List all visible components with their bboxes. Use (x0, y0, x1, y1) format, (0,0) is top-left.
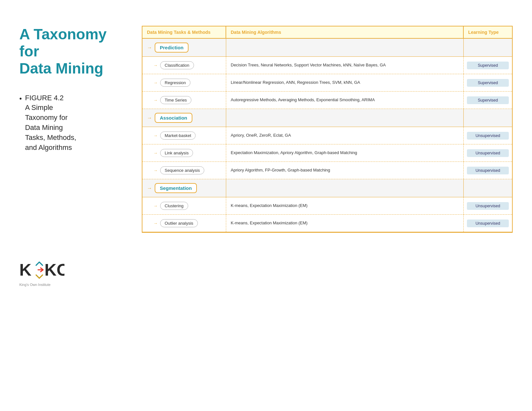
cat-learning-cell (464, 39, 512, 56)
sub-arrow: → (153, 168, 158, 173)
slide: A Taxonomy for Data Mining • FIGURE 4.2 … (0, 0, 532, 411)
sub-label: → Outlier analysis (147, 219, 198, 227)
learning-badge: Unsupervised (467, 149, 509, 157)
sub-box: Link analysis (160, 149, 193, 157)
algo-text: K-means, Expectation Maximization (EM) (231, 220, 307, 226)
cat-task-cell: → Prediction (142, 39, 226, 56)
sub-box: Outlier analysis (160, 219, 198, 227)
logo-tagline: King's Own Institute (19, 283, 51, 287)
sub-box: Market-basket (160, 132, 196, 140)
algo-text: Apriory Algorithm, FP-Growth, Graph-base… (231, 167, 330, 173)
sub-arrow: → (153, 203, 158, 208)
sub-algo-cell: Autoregressive Methods, Averaging Method… (226, 92, 464, 109)
sub-learning-cell: Unsupervised (464, 162, 512, 179)
table-body: → Prediction → Classification Decision T… (142, 39, 512, 232)
logo-area: K KOI King's Own Institute (19, 162, 129, 287)
sub-task-cell: → Classification (142, 57, 226, 74)
learning-badge: Supervised (467, 96, 509, 104)
svg-text:K: K (19, 260, 32, 279)
sub-row: → Regression Linear/Nonlinear Regression… (142, 74, 512, 92)
taxonomy-table: Data Mining Tasks & Methods Data Mining … (142, 26, 513, 233)
cat-box: Prediction (155, 43, 189, 53)
sub-algo-cell: Apriory Algorithm, FP-Growth, Graph-base… (226, 162, 464, 179)
sub-arrow: → (153, 98, 158, 103)
sub-algo-cell: K-means, Expectation Maximization (EM) (226, 197, 464, 214)
cat-label: → Association (147, 113, 192, 123)
cat-task-cell: → Association (142, 109, 226, 127)
col-header-learning: Learning Type (464, 26, 512, 38)
sub-label: → Link analysis (147, 149, 193, 157)
sub-label: → Classification (147, 61, 194, 69)
svg-text:KOI: KOI (44, 260, 64, 279)
category-row: → Association (142, 109, 512, 127)
sub-learning-cell: Unsupervised (464, 127, 512, 144)
sub-arrow: → (153, 133, 158, 138)
sub-row: → Classification Decision Trees, Neural … (142, 57, 512, 74)
sub-arrow: → (153, 151, 158, 155)
sub-label: → Sequence analysis (147, 166, 204, 174)
main-title: A Taxonomy for Data Mining (19, 26, 129, 77)
sub-algo-cell: Expectation Maximization, Apriory Algori… (226, 144, 464, 161)
col-header-algos: Data Mining Algorithms (226, 26, 464, 38)
cat-arrow: → (147, 185, 152, 191)
learning-badge: Unsupervised (467, 167, 509, 174)
sub-box: Sequence analysis (160, 166, 204, 174)
sub-task-cell: → Sequence analysis (142, 162, 226, 179)
sub-row: → Sequence analysis Apriory Algorithm, F… (142, 162, 512, 179)
sub-algo-cell: K-means, Expectation Maximization (EM) (226, 215, 464, 232)
learning-badge: Supervised (467, 79, 509, 87)
sub-task-cell: → Time Series (142, 92, 226, 109)
algo-text: Expectation Maximization, Apriory Algori… (231, 150, 357, 156)
cat-algo-cell (226, 179, 464, 197)
cat-box: Association (155, 113, 192, 123)
algo-text: Decision Trees, Neural Networks, Support… (231, 62, 386, 68)
sub-learning-cell: Supervised (464, 57, 512, 74)
sub-label: → Time Series (147, 96, 191, 104)
cat-algo-cell (226, 39, 464, 56)
bullet-section: • FIGURE 4.2 A Simple Taxonomy for Data … (19, 93, 129, 153)
sub-box: Time Series (160, 96, 191, 104)
cat-label: → Prediction (147, 43, 189, 53)
learning-badge: Unsupervised (467, 132, 509, 140)
algo-text: K-means, Expectation Maximization (EM) (231, 203, 307, 209)
bullet-dot: • (19, 94, 22, 104)
sub-algo-cell: Apriory, OneR, ZeroR, Eclat, GA (226, 127, 464, 144)
algo-text: Apriory, OneR, ZeroR, Eclat, GA (231, 132, 291, 138)
sub-learning-cell: Unsupervised (464, 144, 512, 161)
table-header: Data Mining Tasks & Methods Data Mining … (142, 26, 512, 39)
sub-algo-cell: Linear/Nonlinear Regression, ANN, Regres… (226, 74, 464, 91)
sub-task-cell: → Market-basket (142, 127, 226, 144)
sub-box: Clustering (160, 202, 188, 210)
cat-arrow: → (147, 115, 152, 121)
category-row: → Segmentation (142, 179, 512, 197)
category-row: → Prediction (142, 39, 512, 57)
sub-label: → Regression (147, 79, 190, 87)
sub-learning-cell: Supervised (464, 92, 512, 109)
learning-badge: Supervised (467, 62, 509, 69)
sub-algo-cell: Decision Trees, Neural Networks, Support… (226, 57, 464, 74)
sub-arrow: → (153, 80, 158, 85)
sub-task-cell: → Link analysis (142, 144, 226, 161)
algo-text: Linear/Nonlinear Regression, ANN, Regres… (231, 80, 360, 85)
sub-label: → Market-basket (147, 132, 196, 140)
sub-learning-cell: Unsupervised (464, 197, 512, 214)
sub-label: → Clustering (147, 202, 188, 210)
koi-logo: K KOI (19, 259, 64, 281)
bullet-item: • FIGURE 4.2 A Simple Taxonomy for Data … (19, 93, 129, 153)
sub-task-cell: → Clustering (142, 197, 226, 214)
cat-arrow: → (147, 45, 152, 51)
cat-learning-cell (464, 179, 512, 197)
sub-learning-cell: Unsupervised (464, 215, 512, 232)
cat-task-cell: → Segmentation (142, 179, 226, 197)
cat-algo-cell (226, 109, 464, 127)
sub-task-cell: → Outlier analysis (142, 215, 226, 232)
sub-task-cell: → Regression (142, 74, 226, 91)
sub-learning-cell: Supervised (464, 74, 512, 91)
sub-row: → Market-basket Apriory, OneR, ZeroR, Ec… (142, 127, 512, 144)
sub-arrow: → (153, 221, 158, 226)
sub-box: Regression (160, 79, 190, 87)
sub-row: → Link analysis Expectation Maximization… (142, 144, 512, 162)
col-header-tasks: Data Mining Tasks & Methods (142, 26, 226, 38)
cat-box: Segmentation (155, 183, 197, 193)
cat-label: → Segmentation (147, 183, 197, 193)
